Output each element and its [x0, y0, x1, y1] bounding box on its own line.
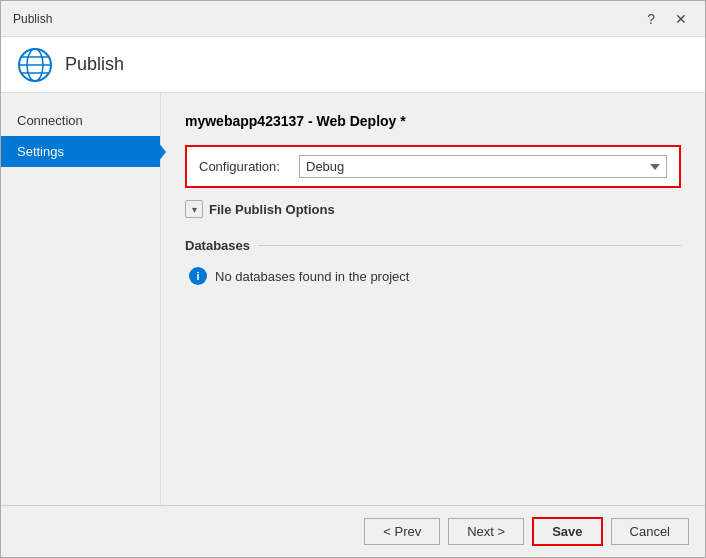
dialog-title: Publish — [13, 12, 52, 26]
save-button[interactable]: Save — [532, 517, 602, 546]
no-db-text: No databases found in the project — [215, 269, 409, 284]
sidebar-item-connection-label: Connection — [17, 113, 83, 128]
config-section: Configuration: Debug Release — [185, 145, 681, 188]
next-button[interactable]: Next > — [448, 518, 524, 545]
header-title: Publish — [65, 54, 124, 75]
sidebar-item-settings[interactable]: Settings — [1, 136, 160, 167]
help-button[interactable]: ? — [641, 10, 661, 28]
main-content: mywebapp423137 - Web Deploy * Configurat… — [161, 93, 705, 505]
config-select[interactable]: Debug Release — [299, 155, 667, 178]
footer: < Prev Next > Save Cancel — [1, 505, 705, 557]
prev-button[interactable]: < Prev — [364, 518, 440, 545]
file-publish-label: File Publish Options — [209, 202, 335, 217]
sidebar: Connection Settings — [1, 93, 161, 505]
chevron-down-icon[interactable]: ▾ — [185, 200, 203, 218]
close-button[interactable]: ✕ — [669, 10, 693, 28]
header-bar: Publish — [1, 37, 705, 93]
file-publish-section: ▾ File Publish Options — [185, 200, 681, 218]
cancel-button[interactable]: Cancel — [611, 518, 689, 545]
databases-title: Databases — [185, 238, 250, 253]
no-db-row: i No databases found in the project — [189, 267, 681, 285]
dialog-body: Connection Settings mywebapp423137 - Web… — [1, 93, 705, 505]
title-bar: Publish ? ✕ — [1, 1, 705, 37]
config-label: Configuration: — [199, 159, 289, 174]
sidebar-item-settings-label: Settings — [17, 144, 64, 159]
databases-divider — [258, 245, 681, 246]
publish-dialog: Publish ? ✕ Publish Connection Settings — [0, 0, 706, 558]
info-icon: i — [189, 267, 207, 285]
databases-section: Databases i No databases found in the pr… — [185, 238, 681, 285]
globe-icon — [17, 47, 53, 83]
sidebar-item-connection[interactable]: Connection — [1, 105, 160, 136]
deployment-title: mywebapp423137 - Web Deploy * — [185, 113, 681, 129]
